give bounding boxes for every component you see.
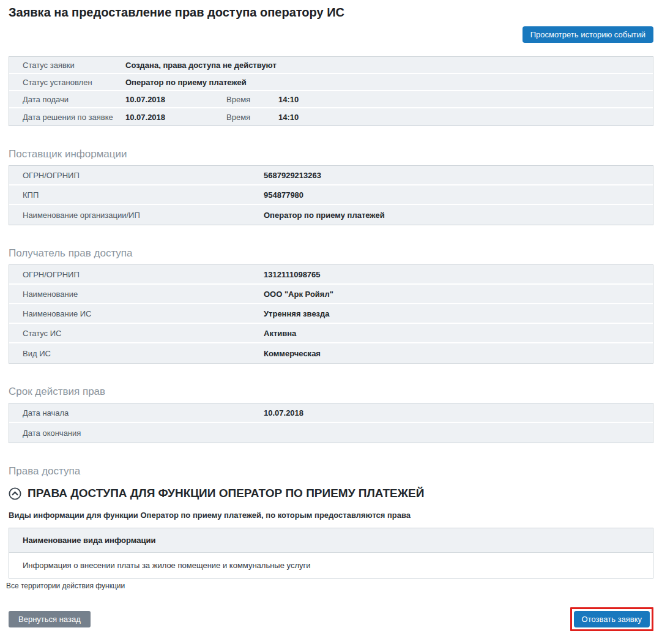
table-row: КПП 954877980 [9, 185, 653, 205]
function-rights-title: ПРАВА ДОСТУПА ДЛЯ ФУНКЦИИ ОПЕРАТОР ПО ПР… [28, 486, 424, 501]
validity-table: Дата начала 10.07.2018 Дата окончания [9, 403, 653, 443]
footer-actions-bar: Вернуться назад Отозвать заявку [9, 607, 653, 631]
row-label: КПП [9, 190, 264, 200]
time-value: 14:10 [278, 113, 299, 122]
section-heading-provider: Поставщик информации [9, 148, 653, 160]
table-row: Статус заявки Создана, права доступа не … [9, 57, 653, 74]
row-value: ООО "Арк Ройял" [264, 290, 333, 299]
table-row: Наименование организации/ИП Оператор по … [9, 205, 653, 225]
back-button[interactable]: Вернуться назад [9, 611, 91, 627]
row-date-value: 10.07.2018 [125, 95, 226, 104]
top-actions-bar: Просмотреть историю событий [9, 26, 653, 43]
row-label: Вид ИС [9, 349, 264, 358]
page-title: Заявка на предоставление прав доступа оп… [9, 5, 653, 20]
time-label: Время [226, 95, 278, 104]
info-kinds-table: Наименование вида информации Информация … [9, 528, 653, 578]
row-value: Оператор по приему платежей [125, 78, 247, 87]
row-label: Статус заявки [9, 61, 125, 70]
view-history-button[interactable]: Просмотреть историю событий [523, 26, 653, 43]
row-value: 1312111098765 [264, 270, 321, 279]
table-row: Статус установлен Оператор по приему пла… [9, 74, 653, 91]
row-label: Дата решения по заявке [9, 113, 125, 122]
row-value: Утренняя звезда [264, 309, 330, 318]
row-value: Коммерческая [264, 349, 321, 358]
table-row: Наименование ИС Утренняя звезда [9, 304, 653, 324]
table-row: Дата начала 10.07.2018 [9, 403, 653, 423]
row-value: Создана, права доступа не действуют [125, 61, 277, 70]
row-value: Активна [264, 329, 296, 338]
row-label: Статус ИС [9, 329, 264, 338]
chevron-up-circle-icon[interactable] [9, 487, 21, 500]
table-row: Информация о внесении платы за жилое пом… [9, 553, 653, 578]
row-value: Оператор по приему платежей [264, 211, 385, 220]
recipient-table: ОГРН/ОГРНИП 1312111098765 Наименование О… [9, 264, 653, 364]
row-label: Наименование ИС [9, 309, 264, 318]
table-row: Статус ИС Активна [9, 324, 653, 343]
row-label: Дата подачи [9, 95, 125, 104]
row-label: Дата начала [9, 408, 264, 417]
row-label: Наименование [9, 290, 264, 299]
section-heading-access-rights: Права доступа [9, 465, 653, 477]
table-row: Дата решения по заявке 10.07.2018 Время … [9, 108, 653, 125]
table-column-header: Наименование вида информации [9, 528, 653, 553]
row-date-value: 10.07.2018 [125, 113, 226, 122]
time-value: 14:10 [278, 95, 299, 104]
table-row: ОГРН/ОГРНИП 5687929213263 [9, 166, 653, 185]
provider-table: ОГРН/ОГРНИП 5687929213263 КПП 954877980 … [9, 165, 653, 225]
revoke-application-button[interactable]: Отозвать заявку [574, 611, 650, 627]
section-heading-recipient: Получатель прав доступа [9, 247, 653, 260]
row-label: Статус установлен [9, 78, 125, 87]
row-label: ОГРН/ОГРНИП [9, 171, 264, 180]
table-row: Дата подачи 10.07.2018 Время 14:10 [9, 91, 653, 108]
row-value: 10.07.2018 [264, 408, 303, 417]
function-rights-collapsible-header[interactable]: ПРАВА ДОСТУПА ДЛЯ ФУНКЦИИ ОПЕРАТОР ПО ПР… [9, 486, 653, 501]
page: Заявка на предоставление прав доступа оп… [0, 0, 662, 637]
section-heading-validity: Срок действия прав [9, 386, 653, 398]
time-label: Время [226, 113, 278, 122]
table-row: Дата окончания [9, 423, 653, 443]
row-value: 954877980 [264, 190, 303, 200]
info-kinds-caption: Виды информации для функции Оператор по … [9, 511, 653, 520]
table-row: Вид ИС Коммерческая [9, 343, 653, 363]
row-value: 5687929213263 [264, 171, 321, 180]
row-label: Дата окончания [9, 429, 264, 438]
row-label: ОГРН/ОГРНИП [9, 270, 264, 279]
territories-note: Все территории действия функции [6, 582, 653, 590]
table-row: Наименование ООО "Арк Ройял" [9, 285, 653, 304]
status-table: Статус заявки Создана, права доступа не … [9, 56, 653, 126]
revoke-button-highlight: Отозвать заявку [570, 607, 653, 631]
row-label: Наименование организации/ИП [9, 211, 264, 220]
table-row: ОГРН/ОГРНИП 1312111098765 [9, 265, 653, 285]
